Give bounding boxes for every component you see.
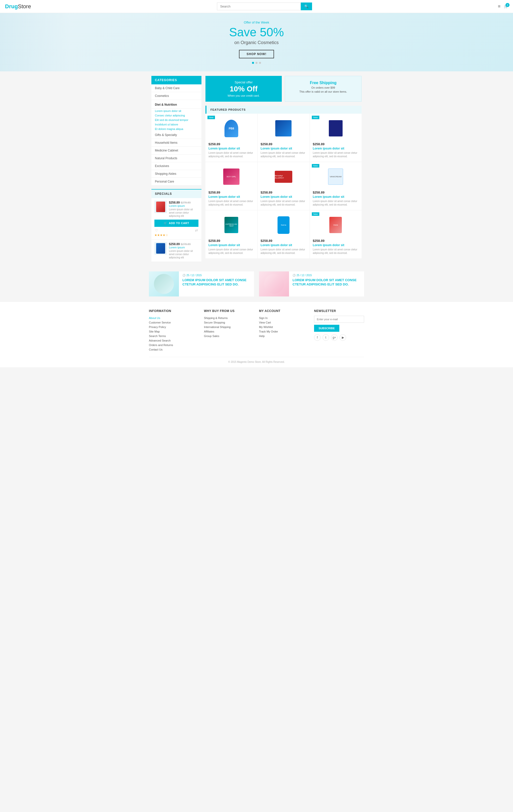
sidebar-item-household[interactable]: Household Items (151, 139, 202, 147)
blog-title-1[interactable]: LOREM IPSUM DOLOR SIT AMET CONSE CTETUR … (182, 278, 251, 287)
blog-content-2: 🕐 25 / 12 / 2015 LOREM IPSUM DOLOR SIT A… (293, 271, 364, 296)
hero-offer-label: Offer of the Week (229, 21, 284, 24)
social-icons: f t g+ ▶ (314, 334, 364, 341)
footer-info-header: INFORMATION (149, 309, 199, 313)
product-badge-5: New (312, 164, 319, 168)
special-item-1-image (154, 201, 167, 213)
special-item-2-old-price: $278.89 (181, 243, 191, 245)
specials-panel: SPECIALS $258.89 $278.89 Lorem ipsum Lor… (151, 189, 202, 262)
product-name-3[interactable]: Lorem ipsum dolor sit (208, 195, 254, 199)
sidebar-link-4[interactable]: Incididunt ut labore (151, 122, 202, 127)
sidebar-item-natural[interactable]: Natural Products (151, 154, 202, 162)
product-card-4: Benadryl ALLERGY $258.89 Lorem ipsum dol… (258, 162, 309, 210)
product-desc-8: Lorem ipsum dolor sit amet conse ctetur … (313, 248, 359, 255)
footer-link-signin[interactable]: Sign In (259, 316, 309, 320)
blog-title-2[interactable]: LOREM IPSUM DOLOR SIT AMET CONSE CTETUR … (293, 278, 362, 287)
hero-save-text: Save 50% (229, 26, 284, 39)
product-card-8: New Visine $258.89 Lorem ipsum dolor sit… (310, 210, 362, 258)
wishlist-icon-1[interactable]: ♡ (155, 228, 158, 232)
promo-left-sub: When you use credit card. (209, 94, 278, 97)
product-card-6: EXPRESS HIV TEST $258.89 Lorem ipsum dol… (206, 210, 257, 258)
footer-link-secure[interactable]: Secure Shopping (204, 320, 254, 325)
special-item-2: $258.89 $278.89 Lorem ipsum Lorem ipsum … (151, 240, 202, 262)
special-actions-1: ♡ ⇄ (154, 228, 199, 232)
product-name-4[interactable]: Lorem ipsum dolor sit (261, 195, 306, 199)
footer-bottom: © 2015 Magento Demo Store. All Rights Re… (149, 357, 364, 363)
hero-dot-2[interactable] (255, 62, 258, 64)
footer-link-viewcart[interactable]: View Cart (259, 320, 309, 325)
footer-link-help[interactable]: Help (259, 334, 309, 338)
shop-now-button[interactable]: SHOP NOW! (239, 50, 274, 58)
sidebar-link-1[interactable]: Lorem ipsum dolor sit (151, 109, 202, 113)
product-name-0[interactable]: Lorem ipsum dolor sit (208, 147, 254, 150)
menu-icon: ≡ (498, 4, 501, 9)
main-content: CATEGORIES Baby & Child Care Cosmetics D… (149, 71, 364, 266)
footer-link-customer[interactable]: Customer Service (149, 320, 199, 325)
newsletter-input[interactable] (314, 316, 364, 323)
footer-link-wishlist[interactable]: My Wishlist (259, 325, 309, 329)
logo[interactable]: DrugStore (5, 3, 31, 10)
special-item-2-name[interactable]: Lorem ipsum (169, 246, 199, 249)
product-price-4: $258.89 (261, 191, 306, 194)
product-name-1[interactable]: Lorem ipsum dolor sit (261, 147, 306, 150)
special-item-1-prices: $258.89 $278.89 (169, 201, 199, 204)
blog-content-1: 🕐 25 / 12 / 2015 LOREM IPSUM DOLOR SIT A… (182, 271, 254, 296)
product-img-6: EXPRESS HIV TEST (208, 214, 254, 236)
product-name-5[interactable]: Lorem ipsum dolor sit (313, 195, 359, 199)
footer-link-sitemap[interactable]: Site Map (149, 329, 199, 334)
blog-post-2: 🕐 25 / 12 / 2015 LOREM IPSUM DOLOR SIT A… (259, 271, 364, 296)
featured-section: FEATURED PRODUCTS New PB8 $258.89 Lorem … (206, 106, 362, 258)
footer-link-affiliates[interactable]: Affiliates (204, 329, 254, 334)
footer-link-privacy[interactable]: Privacy Policy (149, 325, 199, 329)
twitter-icon[interactable]: t (323, 334, 329, 341)
blog-date-2: 🕐 25 / 12 / 2015 (293, 274, 362, 277)
footer-link-search-terms[interactable]: Search Terms (149, 334, 199, 338)
product-desc-1: Lorem ipsum dolor sit amet conse ctetur … (261, 151, 306, 158)
hero-title: Save 50% (229, 26, 284, 39)
footer-link-international[interactable]: International Shipping (204, 325, 254, 329)
sidebar-link-5[interactable]: Et dolore magna aliqua (151, 127, 202, 131)
subscribe-button[interactable]: SUBSCRIBE (314, 325, 339, 332)
sidebar-link-2[interactable]: Consec ctetur adipiscing (151, 113, 202, 118)
cart-icon-wrapper[interactable]: 🛒 0 (504, 4, 508, 8)
footer-link-about[interactable]: About Us (149, 316, 199, 320)
product-name-2[interactable]: Lorem ipsum dolor sit (313, 147, 359, 150)
share-icon-1[interactable]: ⇄ (195, 228, 198, 232)
special-item-1-name[interactable]: Lorem ipsum (169, 204, 199, 207)
logo-store: Store (18, 3, 31, 9)
sidebar-item-baby-child[interactable]: Baby & Child Care (151, 84, 202, 92)
footer-link-advanced-search[interactable]: Advanced Search (149, 338, 199, 343)
footer-link-orders[interactable]: Orders and Returns (149, 343, 199, 347)
hero-dot-3[interactable] (259, 62, 261, 64)
sidebar-item-cosmetics[interactable]: Cosmetics (151, 92, 202, 100)
sidebar-section-diet: Diet & Nutrition (151, 101, 202, 109)
facebook-icon[interactable]: f (314, 334, 321, 341)
youtube-icon[interactable]: ▶ (339, 334, 346, 341)
promo-right-sub2: This offer is valid on all our store ite… (289, 90, 357, 93)
footer-link-group[interactable]: Group Sales (204, 334, 254, 338)
blog-image-1 (149, 271, 179, 296)
sidebar-item-medicine[interactable]: Medicine Cabinet (151, 147, 202, 154)
product-price-1: $258.89 (261, 142, 306, 146)
search-input[interactable] (217, 2, 301, 10)
sidebar-item-gifts[interactable]: Gifts & Specialty (151, 131, 202, 139)
categories-header: CATEGORIES (151, 76, 202, 84)
googleplus-icon[interactable]: g+ (331, 334, 338, 341)
footer-link-contact[interactable]: Contact Us (149, 347, 199, 352)
hero-dot-1[interactable] (252, 62, 254, 64)
sidebar-link-3[interactable]: Elit sed do eiusmod tempor (151, 118, 202, 122)
sidebar-item-exclusives[interactable]: Exclusives (151, 162, 202, 170)
sidebar-item-personal[interactable]: Personal Care (151, 178, 202, 185)
search-button[interactable]: 🔍 (301, 2, 312, 10)
footer-link-shipping[interactable]: Shipping & Returns (204, 316, 254, 320)
footer-link-track[interactable]: Track My Order (259, 329, 309, 334)
add-to-cart-button-1[interactable]: 🛒 ADD TO CART (154, 220, 199, 227)
special-item-1: $258.89 $278.89 Lorem ipsum Lorem ipsum … (151, 198, 202, 240)
product-name-6[interactable]: Lorem ipsum dolor sit (208, 243, 254, 247)
hero-dots (229, 62, 284, 64)
sidebar-item-shopping[interactable]: Shopping Aisles (151, 170, 202, 178)
menu-button[interactable]: ≡ (498, 4, 501, 9)
special-item-1-stars: ★★★★☆ (154, 233, 199, 237)
product-name-8[interactable]: Lorem ipsum dolor sit (313, 243, 359, 247)
product-name-7[interactable]: Lorem ipsum dolor sit (261, 243, 306, 247)
